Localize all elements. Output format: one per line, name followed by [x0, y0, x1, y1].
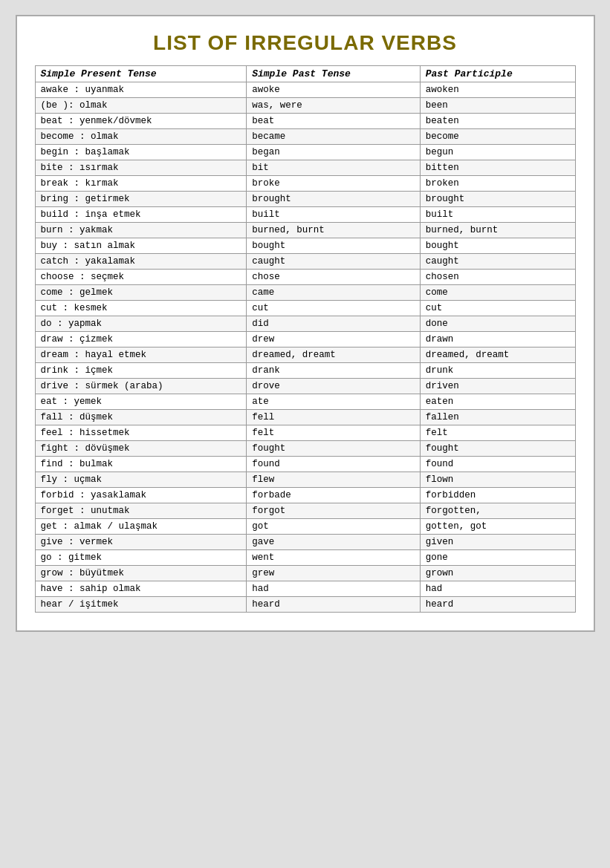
cell-6-0: break : kırmak: [35, 176, 247, 192]
cell-28-2: gotten, got: [420, 519, 575, 535]
table-row: (be ): olmakwas, werebeen: [35, 98, 575, 114]
cell-29-2: given: [420, 535, 575, 550]
cell-33-1: heard: [247, 597, 420, 613]
table-row: fall : düşmekfellfallen: [35, 410, 575, 425]
table-row: forget : unutmakforgotforgotten,: [35, 503, 575, 519]
table-row: dream : hayal etmekdreamed, dreamtdreame…: [35, 347, 575, 363]
cell-13-1: came: [247, 285, 420, 301]
cell-0-1: awoke: [247, 82, 420, 98]
table-row: break : kırmakbrokebroken: [35, 176, 575, 192]
cell-14-1: cut: [247, 301, 420, 316]
cell-23-1: fought: [247, 441, 420, 457]
cell-15-1: did: [247, 316, 420, 332]
cell-19-0: drive : sürmek (araba): [35, 379, 247, 394]
cell-3-1: became: [247, 129, 420, 145]
table-row: forbid : yasaklamakforbadeforbidden: [35, 488, 575, 503]
cell-12-2: chosen: [420, 270, 575, 285]
table-row: bite : ısırmakbitbitten: [35, 160, 575, 176]
cell-11-1: caught: [247, 254, 420, 270]
cell-19-1: drove: [247, 379, 420, 394]
cell-10-2: bought: [420, 238, 575, 254]
cell-7-1: brought: [247, 192, 420, 207]
table-row: come : gelmekcamecome: [35, 285, 575, 301]
cell-20-2: eaten: [420, 394, 575, 410]
cell-16-1: drew: [247, 332, 420, 347]
col3-header: Past Participle: [420, 66, 575, 82]
cell-29-1: gave: [247, 535, 420, 550]
cell-14-0: cut : kesmek: [35, 301, 247, 316]
cell-11-2: caught: [420, 254, 575, 270]
cell-13-2: come: [420, 285, 575, 301]
cell-27-0: forget : unutmak: [35, 503, 247, 519]
cell-30-1: went: [247, 550, 420, 566]
cell-6-1: broke: [247, 176, 420, 192]
table-row: begin : başlamakbeganbegun: [35, 145, 575, 160]
cell-3-2: become: [420, 129, 575, 145]
cell-32-2: had: [420, 581, 575, 597]
cell-21-1: fell: [247, 410, 420, 425]
table-row: build : inşa etmekbuiltbuilt: [35, 207, 575, 223]
cell-5-2: bitten: [420, 160, 575, 176]
cell-9-2: burned, burnt: [420, 223, 575, 238]
table-row: beat : yenmek/dövmekbeatbeaten: [35, 114, 575, 129]
cell-12-0: choose : seçmek: [35, 270, 247, 285]
cell-1-1: was, were: [247, 98, 420, 114]
cell-20-1: ate: [247, 394, 420, 410]
cell-23-2: fought: [420, 441, 575, 457]
table-row: hear / işitmekheardheard: [35, 597, 575, 613]
table-row: go : gitmekwentgone: [35, 550, 575, 566]
table-row: find : bulmakfoundfound: [35, 457, 575, 472]
table-row: choose : seçmekchosechosen: [35, 270, 575, 285]
cell-33-0: hear / işitmek: [35, 597, 247, 613]
cell-21-2: fallen: [420, 410, 575, 425]
cell-19-2: driven: [420, 379, 575, 394]
cell-7-0: bring : getirmek: [35, 192, 247, 207]
table-row: burn : yakmakburned, burntburned, burnt: [35, 223, 575, 238]
cell-17-2: dreamed, dreamt: [420, 347, 575, 363]
cell-21-0: fall : düşmek: [35, 410, 247, 425]
cell-17-0: dream : hayal etmek: [35, 347, 247, 363]
cell-1-0: (be ): olmak: [35, 98, 247, 114]
cell-5-0: bite : ısırmak: [35, 160, 247, 176]
cell-18-2: drunk: [420, 363, 575, 379]
cell-2-1: beat: [247, 114, 420, 129]
cell-22-1: felt: [247, 425, 420, 441]
cell-0-2: awoken: [420, 82, 575, 98]
cell-33-2: heard: [420, 597, 575, 613]
table-row: grow : büyütmekgrewgrown: [35, 566, 575, 581]
cell-16-0: draw : çizmek: [35, 332, 247, 347]
page-title: LIST OF IRREGULAR VERBS: [35, 31, 576, 55]
cell-22-2: felt: [420, 425, 575, 441]
cell-4-2: begun: [420, 145, 575, 160]
cell-31-2: grown: [420, 566, 575, 581]
table-row: do : yapmakdiddone: [35, 316, 575, 332]
cell-2-2: beaten: [420, 114, 575, 129]
cell-27-2: forgotten,: [420, 503, 575, 519]
cell-26-0: forbid : yasaklamak: [35, 488, 247, 503]
table-row: cut : kesmekcutcut: [35, 301, 575, 316]
cell-10-0: buy : satın almak: [35, 238, 247, 254]
cell-25-0: fly : uçmak: [35, 472, 247, 488]
cell-31-1: grew: [247, 566, 420, 581]
cell-2-0: beat : yenmek/dövmek: [35, 114, 247, 129]
cell-8-1: built: [247, 207, 420, 223]
cell-9-0: burn : yakmak: [35, 223, 247, 238]
cell-29-0: give : vermek: [35, 535, 247, 550]
cell-11-0: catch : yakalamak: [35, 254, 247, 270]
cell-24-1: found: [247, 457, 420, 472]
cell-18-1: drank: [247, 363, 420, 379]
table-row: fight : dövüşmekfoughtfought: [35, 441, 575, 457]
cell-30-2: gone: [420, 550, 575, 566]
cell-5-1: bit: [247, 160, 420, 176]
cell-26-1: forbade: [247, 488, 420, 503]
cell-10-1: bought: [247, 238, 420, 254]
cell-9-1: burned, burnt: [247, 223, 420, 238]
cell-30-0: go : gitmek: [35, 550, 247, 566]
cell-16-2: drawn: [420, 332, 575, 347]
col2-header: Simple Past Tense: [247, 66, 420, 82]
table-row: fly : uçmakflewflown: [35, 472, 575, 488]
cell-24-2: found: [420, 457, 575, 472]
cell-23-0: fight : dövüşmek: [35, 441, 247, 457]
cell-7-2: brought: [420, 192, 575, 207]
cell-13-0: come : gelmek: [35, 285, 247, 301]
